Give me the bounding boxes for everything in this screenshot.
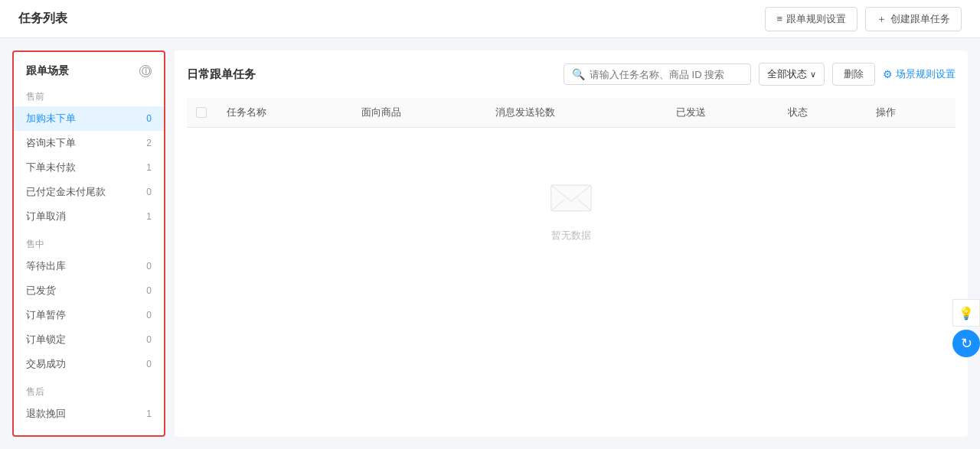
sidebar-item-refund-recover[interactable]: 退款挽回 1 bbox=[14, 402, 164, 426]
group-label-before-sale: 售前 bbox=[14, 87, 164, 106]
status-select[interactable]: 全部状态 ∨ bbox=[759, 63, 825, 86]
rule-setting-button[interactable]: ≡ 跟单规则设置 bbox=[765, 7, 858, 31]
float-buttons: 💡 ↻ bbox=[952, 299, 980, 357]
create-task-button[interactable]: ＋ 创建跟单任务 bbox=[865, 7, 962, 31]
col-product: 面向商品 bbox=[352, 98, 487, 128]
info-icon[interactable]: ⓘ bbox=[139, 65, 152, 77]
svg-rect-0 bbox=[551, 185, 592, 211]
col-action: 操作 bbox=[867, 98, 956, 128]
page-title: 任务列表 bbox=[18, 11, 67, 27]
sidebar-title: 跟单场景 bbox=[26, 64, 69, 78]
group-label-after-sale: 售后 bbox=[14, 382, 164, 402]
sidebar-item-order-lock[interactable]: 订单锁定 0 bbox=[14, 327, 164, 352]
search-box: 🔍 bbox=[564, 63, 751, 85]
sidebar-item-trade-success[interactable]: 交易成功 0 bbox=[14, 352, 164, 376]
sidebar-header: 跟单场景 ⓘ bbox=[14, 61, 164, 87]
sidebar-item-add-cart[interactable]: 加购未下单 0 bbox=[14, 106, 164, 131]
empty-text: 暂无数据 bbox=[551, 229, 591, 242]
checkbox-col-header bbox=[187, 98, 217, 128]
header: 任务列表 ≡ 跟单规则设置 ＋ 创建跟单任务 bbox=[0, 0, 980, 38]
content-title: 日常跟单任务 bbox=[187, 67, 256, 82]
col-msg-rounds: 消息发送轮数 bbox=[486, 98, 667, 128]
refresh-float-button[interactable]: ↻ bbox=[952, 330, 980, 357]
sidebar-item-order-pause[interactable]: 订单暂停 0 bbox=[14, 303, 164, 327]
content-actions: 🔍 全部状态 ∨ 删除 ⚙ 场景规则设置 bbox=[564, 63, 956, 86]
delete-button[interactable]: 删除 bbox=[832, 63, 875, 86]
col-task-name: 任务名称 bbox=[217, 98, 352, 128]
sidebar-item-consult-no-order[interactable]: 咨询未下单 2 bbox=[14, 131, 164, 155]
lightbulb-icon: 💡 bbox=[959, 306, 974, 320]
scene-rule-button[interactable]: ⚙ 场景规则设置 bbox=[883, 67, 956, 81]
content-area: 日常跟单任务 🔍 全部状态 ∨ 删除 ⚙ 场景规则设置 bbox=[175, 50, 968, 437]
refresh-icon: ↻ bbox=[961, 335, 972, 352]
header-actions: ≡ 跟单规则设置 ＋ 创建跟单任务 bbox=[765, 7, 962, 31]
sidebar-item-order-cancel[interactable]: 订单取消 1 bbox=[14, 204, 164, 229]
main-layout: 跟单场景 ⓘ 售前 加购未下单 0 咨询未下单 2 下单未付款 1 已付定金未付… bbox=[0, 38, 980, 449]
sidebar-item-deposit-no-tail[interactable]: 已付定金未付尾款 0 bbox=[14, 180, 164, 204]
content-header: 日常跟单任务 🔍 全部状态 ∨ 删除 ⚙ 场景规则设置 bbox=[187, 63, 956, 86]
empty-state: 暂无数据 bbox=[187, 128, 956, 288]
chevron-down-icon: ∨ bbox=[810, 70, 816, 80]
create-icon: ＋ bbox=[877, 12, 887, 26]
sidebar: 跟单场景 ⓘ 售前 加购未下单 0 咨询未下单 2 下单未付款 1 已付定金未付… bbox=[12, 50, 165, 437]
search-input[interactable] bbox=[590, 69, 743, 80]
search-icon: 🔍 bbox=[572, 68, 585, 80]
help-float-button[interactable]: 💡 bbox=[952, 299, 980, 327]
col-status: 状态 bbox=[779, 98, 867, 128]
group-label-in-sale: 售中 bbox=[14, 235, 164, 254]
empty-icon bbox=[548, 174, 594, 220]
gear-icon: ⚙ bbox=[883, 68, 893, 80]
task-table: 任务名称 面向商品 消息发送轮数 已发送 状态 操作 bbox=[187, 98, 956, 425]
select-all-checkbox[interactable] bbox=[196, 107, 207, 118]
col-sent: 已发送 bbox=[667, 98, 779, 128]
rule-icon: ≡ bbox=[776, 13, 782, 24]
sidebar-item-shipped[interactable]: 已发货 0 bbox=[14, 278, 164, 303]
sidebar-item-order-no-pay[interactable]: 下单未付款 1 bbox=[14, 155, 164, 180]
sidebar-item-wait-ship[interactable]: 等待出库 0 bbox=[14, 254, 164, 278]
